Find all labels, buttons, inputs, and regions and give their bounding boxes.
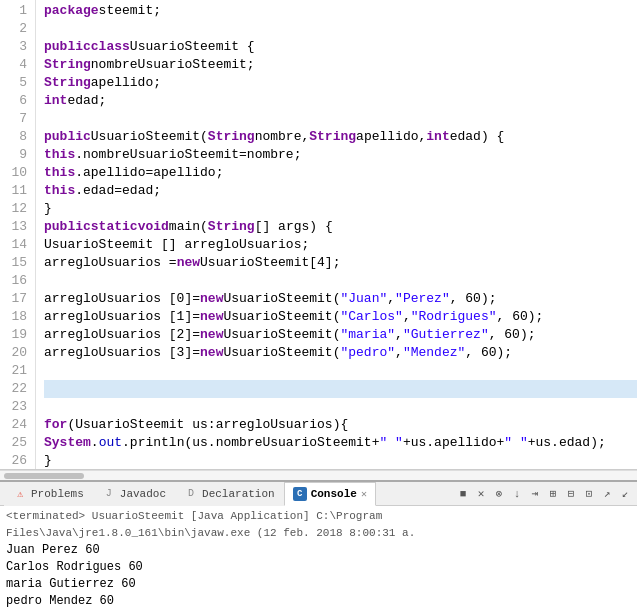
tab-console[interactable]: CConsole ✕ xyxy=(284,482,376,506)
line-number: 6 xyxy=(8,92,27,110)
token: edad; xyxy=(67,92,106,110)
code-line: for(UsuarioSteemit us:arregloUsuarios){ xyxy=(44,416,637,434)
token: UsuarioSteemit[4]; xyxy=(200,254,340,272)
line-number: 26 xyxy=(8,452,27,470)
javadoc-tab-icon: J xyxy=(102,487,116,501)
line-number: 19 xyxy=(8,326,27,344)
token: , xyxy=(395,326,403,344)
toolbar-icon-7[interactable]: ⊡ xyxy=(581,486,597,502)
tab-problems[interactable]: ⚠Problems xyxy=(4,482,93,506)
console-output-line: Juan Perez 60 xyxy=(6,542,631,559)
token: "Carlos" xyxy=(340,308,402,326)
token: . xyxy=(91,434,99,452)
token: "Perez" xyxy=(395,290,450,308)
line-number: 15 xyxy=(8,254,27,272)
declaration-tab-label: Declaration xyxy=(202,488,275,500)
code-line: } xyxy=(44,452,637,469)
token: .edad=edad; xyxy=(75,182,161,200)
toolbar-icon-0[interactable]: ■ xyxy=(455,486,471,502)
horizontal-scrollbar[interactable] xyxy=(0,470,637,480)
line-number: 20 xyxy=(8,344,27,362)
console-toolbar: ■✕⊗↓⇥⊞⊟⊡↗↙ xyxy=(455,486,633,502)
token: new xyxy=(200,308,223,326)
token: UsuarioSteemit( xyxy=(223,326,340,344)
scrollbar-thumb[interactable] xyxy=(4,473,84,479)
token: apellido; xyxy=(91,74,161,92)
line-number: 22 xyxy=(8,380,27,398)
token: out xyxy=(99,434,122,452)
line-number: 5 xyxy=(8,74,27,92)
token: public xyxy=(44,128,91,146)
token: , 60); xyxy=(465,344,512,362)
tab-javadoc[interactable]: JJavadoc xyxy=(93,482,175,506)
token: this xyxy=(44,146,75,164)
code-line xyxy=(44,380,637,398)
line-number: 10 xyxy=(8,164,27,182)
problems-tab-icon: ⚠ xyxy=(13,487,27,501)
token: void xyxy=(138,218,169,236)
token: .println(us.nombreUsuarioSteemit+ xyxy=(122,434,379,452)
console-tab-icon: C xyxy=(293,487,307,501)
token: edad) { xyxy=(450,128,505,146)
token: this xyxy=(44,182,75,200)
toolbar-icon-4[interactable]: ⇥ xyxy=(527,486,543,502)
editor-container: 1234567891011121314151617181920212223242… xyxy=(0,0,637,480)
console-tab-close[interactable]: ✕ xyxy=(361,488,367,500)
token: new xyxy=(200,344,223,362)
line-number: 17 xyxy=(8,290,27,308)
code-line: arregloUsuarios =new UsuarioSteemit[4]; xyxy=(44,254,637,272)
console-output-line: Carlos Rodrigues 60 xyxy=(6,559,631,576)
code-line: public class UsuarioSteemit { xyxy=(44,38,637,56)
token: [] args) { xyxy=(255,218,333,236)
code-line: UsuarioSteemit [] arregloUsuarios; xyxy=(44,236,637,254)
code-line: System.out.println(us.nombreUsuarioSteem… xyxy=(44,434,637,452)
token: new xyxy=(200,290,223,308)
toolbar-icon-3[interactable]: ↓ xyxy=(509,486,525,502)
code-line: this.edad=edad; xyxy=(44,182,637,200)
token: , 60); xyxy=(489,326,536,344)
bottom-panel: ⚠ProblemsJJavadocDDeclarationCConsole ✕■… xyxy=(0,480,637,611)
line-number: 4 xyxy=(8,56,27,74)
token: main( xyxy=(169,218,208,236)
code-line xyxy=(44,362,637,380)
toolbar-icon-1[interactable]: ✕ xyxy=(473,486,489,502)
toolbar-icon-6[interactable]: ⊟ xyxy=(563,486,579,502)
line-number: 21 xyxy=(8,362,27,380)
token: " " xyxy=(379,434,402,452)
toolbar-icon-2[interactable]: ⊗ xyxy=(491,486,507,502)
code-line: String nombreUsuarioSteemit; xyxy=(44,56,637,74)
tab-declaration[interactable]: DDeclaration xyxy=(175,482,284,506)
line-number: 8 xyxy=(8,128,27,146)
token: String xyxy=(44,56,91,74)
code-line: arregloUsuarios [2]=new UsuarioSteemit("… xyxy=(44,326,637,344)
token: , xyxy=(403,308,411,326)
token: arregloUsuarios [2]= xyxy=(44,326,200,344)
token: nombre, xyxy=(255,128,310,146)
code-line: arregloUsuarios [0]=new UsuarioSteemit("… xyxy=(44,290,637,308)
token: "Mendez" xyxy=(403,344,465,362)
code-editor[interactable]: 1234567891011121314151617181920212223242… xyxy=(0,0,637,470)
tabs-bar: ⚠ProblemsJJavadocDDeclarationCConsole ✕■… xyxy=(0,482,637,506)
token: , 60); xyxy=(450,290,497,308)
line-number: 2 xyxy=(8,20,27,38)
console-tab-label: Console xyxy=(311,488,357,500)
token: arregloUsuarios [1]= xyxy=(44,308,200,326)
line-number: 18 xyxy=(8,308,27,326)
toolbar-icon-5[interactable]: ⊞ xyxy=(545,486,561,502)
line-number: 7 xyxy=(8,110,27,128)
token: String xyxy=(44,74,91,92)
code-content[interactable]: package steemit; public class UsuarioSte… xyxy=(36,0,637,469)
line-number: 9 xyxy=(8,146,27,164)
line-number: 16 xyxy=(8,272,27,290)
token: String xyxy=(208,218,255,236)
token: "pedro" xyxy=(340,344,395,362)
token: , 60); xyxy=(497,308,544,326)
toolbar-icon-9[interactable]: ↙ xyxy=(617,486,633,502)
line-number: 23 xyxy=(8,398,27,416)
toolbar-icon-8[interactable]: ↗ xyxy=(599,486,615,502)
token: .nombreUsuarioSteemit=nombre; xyxy=(75,146,301,164)
line-number: 14 xyxy=(8,236,27,254)
line-number: 12 xyxy=(8,200,27,218)
code-line xyxy=(44,272,637,290)
token: int xyxy=(426,128,449,146)
